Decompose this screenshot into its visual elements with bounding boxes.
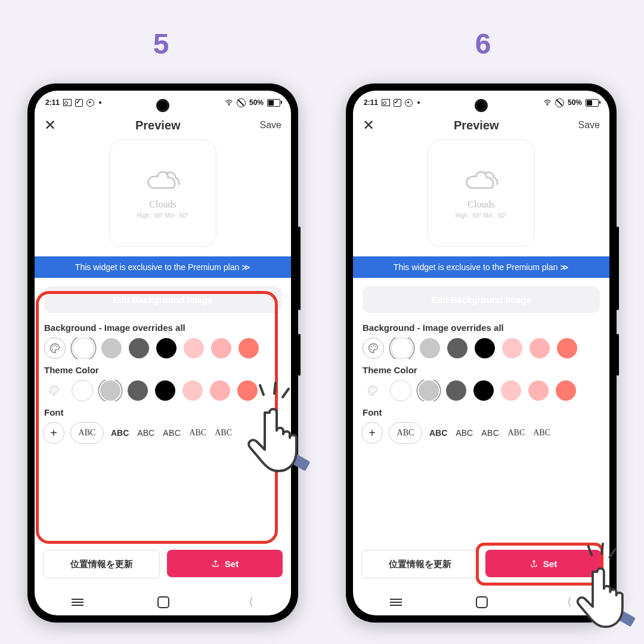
color-swatch[interactable] (446, 380, 466, 401)
color-swatch[interactable] (129, 338, 149, 358)
cloud-icon (460, 168, 502, 193)
font-option[interactable]: ABC (70, 422, 104, 444)
color-swatch[interactable] (475, 338, 495, 358)
color-swatch[interactable] (72, 380, 93, 401)
svg-point-6 (54, 388, 55, 389)
svg-point-14 (371, 346, 372, 347)
widget-high-low: High : 68° Min : 60° (456, 212, 507, 219)
svg-point-3 (56, 346, 57, 347)
svg-point-18 (370, 388, 371, 389)
color-swatch[interactable] (128, 380, 148, 401)
add-font-button[interactable]: + (361, 422, 383, 444)
font-row: +ABCABCABCABCABCABC (35, 422, 291, 444)
svg-point-4 (52, 349, 53, 350)
color-picker-button[interactable] (363, 338, 384, 359)
target-icon (405, 99, 413, 107)
svg-point-16 (374, 346, 376, 347)
font-option[interactable]: ABC (188, 428, 208, 438)
set-button[interactable]: Set (485, 550, 601, 577)
wifi-icon (225, 100, 233, 106)
save-button[interactable]: Save (578, 120, 600, 131)
background-swatches (353, 338, 609, 359)
save-button[interactable]: Save (260, 120, 281, 131)
color-swatch[interactable] (155, 380, 175, 401)
svg-point-13 (547, 104, 548, 106)
close-icon[interactable]: ✕ (44, 118, 56, 132)
color-swatch[interactable] (501, 380, 521, 401)
section-background-label: Background - Image overrides all (35, 317, 291, 338)
color-swatch[interactable] (211, 338, 231, 358)
color-swatch[interactable] (237, 380, 258, 401)
phone-frame-6: 2:11 50% ✕ Preview Save (346, 83, 617, 623)
color-swatch[interactable] (557, 338, 577, 358)
theme-swatches (35, 380, 291, 401)
font-option[interactable]: ABC (454, 428, 474, 438)
font-option[interactable]: ABC (136, 428, 156, 438)
color-swatch[interactable] (156, 338, 177, 358)
font-option[interactable]: ABC (213, 428, 233, 438)
edit-background-button[interactable]: Edit Background Image (44, 286, 281, 313)
step-number-5: 5 (153, 27, 169, 60)
font-option[interactable]: ABC (532, 428, 552, 438)
color-swatch[interactable] (530, 338, 550, 358)
font-option[interactable]: ABC (480, 428, 500, 438)
section-theme-label: Theme Color (353, 359, 609, 380)
color-swatch[interactable] (556, 380, 576, 401)
nav-back-icon[interactable]: 〈 (563, 595, 571, 609)
theme-swatches (353, 380, 609, 401)
color-swatch[interactable] (184, 338, 204, 358)
color-swatch[interactable] (420, 338, 440, 358)
font-option[interactable]: ABC (389, 422, 422, 444)
update-location-button[interactable]: 位置情報を更新 (361, 550, 478, 578)
page-title: Preview (135, 119, 181, 132)
close-icon[interactable]: ✕ (363, 118, 374, 132)
color-swatch[interactable] (528, 380, 549, 401)
set-button[interactable]: Set (167, 550, 283, 577)
widget-preview: Clouds High : 68° Min : 60° (428, 140, 535, 247)
premium-banner[interactable]: This widget is exclusive to the Premium … (353, 256, 609, 278)
premium-banner[interactable]: This widget is exclusive to the Premium … (35, 256, 291, 278)
widget-preview: Clouds High : 68° Min : 60° (109, 140, 216, 247)
color-swatch[interactable] (101, 338, 122, 358)
color-swatch[interactable] (447, 338, 467, 358)
page-title: Preview (454, 119, 499, 132)
font-option[interactable]: ABC (506, 428, 526, 438)
edit-background-button[interactable]: Edit Background Image (363, 286, 600, 313)
color-picker-button[interactable] (44, 380, 64, 401)
wifi-icon (543, 100, 552, 106)
add-font-button[interactable]: + (43, 422, 64, 444)
font-option[interactable]: ABC (110, 428, 130, 438)
color-swatch[interactable] (473, 380, 494, 401)
color-swatch[interactable] (419, 380, 439, 401)
color-picker-button[interactable] (363, 380, 383, 401)
color-swatch[interactable] (210, 380, 230, 401)
nav-home-icon[interactable] (157, 596, 169, 608)
svg-point-5 (52, 388, 53, 389)
color-picker-button[interactable] (44, 338, 66, 359)
svg-point-0 (228, 104, 230, 106)
status-bar: 2:11 50% (35, 91, 291, 112)
nav-home-icon[interactable] (476, 596, 488, 608)
svg-point-15 (373, 345, 374, 346)
font-option[interactable]: ABC (162, 428, 182, 438)
nav-back-icon[interactable]: 〈 (244, 595, 253, 609)
font-option[interactable]: ABC (428, 428, 448, 438)
nav-recents-icon[interactable] (72, 599, 83, 606)
svg-point-8 (51, 391, 52, 392)
color-swatch[interactable] (73, 338, 94, 359)
color-swatch[interactable] (182, 380, 203, 401)
battery-text: 50% (249, 98, 264, 107)
palette-icon (48, 385, 60, 397)
color-swatch[interactable] (239, 338, 259, 358)
android-navbar: 〈 (35, 589, 291, 615)
svg-point-1 (52, 346, 54, 347)
nav-recents-icon[interactable] (390, 599, 402, 606)
color-swatch[interactable] (100, 380, 120, 401)
update-location-button[interactable]: 位置情報を更新 (43, 550, 160, 578)
section-font-label: Font (353, 401, 609, 422)
step-number-6: 6 (475, 27, 491, 60)
color-swatch[interactable] (390, 380, 411, 401)
svg-line-24 (609, 549, 615, 557)
color-swatch[interactable] (391, 338, 413, 359)
color-swatch[interactable] (502, 338, 522, 358)
